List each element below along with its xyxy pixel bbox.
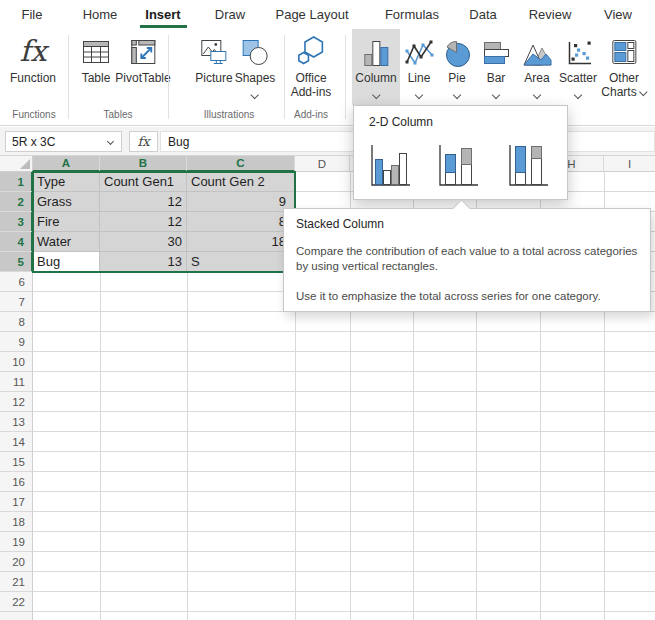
row-header-10[interactable]: 10 xyxy=(0,352,33,372)
tab-label: Review xyxy=(529,7,572,22)
cell-c4[interactable]: 18 xyxy=(187,232,295,252)
shapes-label: Shapes xyxy=(235,71,276,85)
table-button[interactable]: Table xyxy=(80,32,112,85)
row-header-6[interactable]: 6 xyxy=(0,272,33,292)
row-header-11[interactable]: 11 xyxy=(0,372,33,392)
tab-home[interactable]: Home xyxy=(83,0,118,28)
row-header-9[interactable]: 9 xyxy=(0,332,33,352)
chevron-down-icon xyxy=(533,91,541,99)
tab-draw[interactable]: Draw xyxy=(215,0,245,28)
row-header-2[interactable]: 2 xyxy=(0,192,33,212)
row-number: 12 xyxy=(12,396,25,408)
row-header-19[interactable]: 19 xyxy=(0,532,33,552)
column-header-i[interactable]: I xyxy=(604,156,655,172)
pie-chart-icon xyxy=(442,38,472,68)
row-header-14[interactable]: 14 xyxy=(0,432,33,452)
row-header-3[interactable]: 3 xyxy=(0,212,33,232)
cell-a2[interactable]: Grass xyxy=(33,192,100,212)
cell-value: 30 xyxy=(168,234,182,249)
cell-c3[interactable]: 8 xyxy=(187,212,295,232)
office-addins-button[interactable]: Office Add-ins xyxy=(291,32,332,99)
cell-b3[interactable]: 12 xyxy=(100,212,187,232)
cell-b5[interactable]: 13 xyxy=(100,252,187,272)
row-header-12[interactable]: 12 xyxy=(0,392,33,412)
tab-insert[interactable]: Insert xyxy=(145,0,180,28)
row-header-partial[interactable] xyxy=(0,612,33,620)
scatter-chart-button[interactable]: Scatter xyxy=(559,32,597,96)
tab-view[interactable]: View xyxy=(604,0,632,28)
row-number: 6 xyxy=(19,276,25,288)
bar-chart-button[interactable]: Bar xyxy=(481,32,511,96)
cell-b1[interactable]: Count Gen1 xyxy=(100,172,187,192)
clustered-column-option[interactable] xyxy=(366,139,414,193)
scatter-chart-label: Scatter xyxy=(559,71,597,85)
area-chart-label: Area xyxy=(524,71,549,85)
cell-c1[interactable]: Count Gen 2 xyxy=(187,172,295,192)
pie-chart-button[interactable]: Pie xyxy=(442,32,472,96)
row-header-7[interactable]: 7 xyxy=(0,292,33,312)
row-header-20[interactable]: 20 xyxy=(0,552,33,572)
cell-c5[interactable]: S xyxy=(187,252,295,272)
row-header-17[interactable]: 17 xyxy=(0,492,33,512)
tab-data[interactable]: Data xyxy=(469,0,496,28)
tab-file[interactable]: File xyxy=(22,0,43,28)
cell-a3[interactable]: Fire xyxy=(33,212,100,232)
name-box[interactable]: 5R x 3C xyxy=(5,131,122,152)
line-chart-icon xyxy=(404,38,434,68)
column-header-d[interactable]: D xyxy=(295,156,350,172)
line-chart-button[interactable]: Line xyxy=(404,32,434,96)
cell-a1[interactable]: Type xyxy=(33,172,100,192)
group-label-tables: Tables xyxy=(104,109,133,120)
stacked-column-option[interactable] xyxy=(434,139,482,193)
hundred-percent-stacked-column-option[interactable] xyxy=(504,139,552,193)
tab-page-layout[interactable]: Page Layout xyxy=(275,0,348,28)
row-header-4[interactable]: 4 xyxy=(0,232,33,252)
cell-a5-active[interactable]: Bug xyxy=(33,252,100,272)
cell-a4[interactable]: Water xyxy=(33,232,100,252)
other-charts-button[interactable]: Other Charts xyxy=(601,32,646,99)
row-header-22[interactable]: 22 xyxy=(0,592,33,612)
tab-review[interactable]: Review xyxy=(529,0,572,28)
column-header-a[interactable]: A xyxy=(33,156,100,172)
tooltip-paragraph: Compare the contribution of each value t… xyxy=(296,244,638,274)
cell-c2[interactable]: 9 xyxy=(187,192,295,212)
insert-function-button[interactable]: fx xyxy=(129,131,158,152)
picture-button[interactable]: Picture xyxy=(195,32,232,85)
cell-b4[interactable]: 30 xyxy=(100,232,187,252)
select-all-corner[interactable] xyxy=(0,156,33,172)
row-header-13[interactable]: 13 xyxy=(0,412,33,432)
row-header-8[interactable]: 8 xyxy=(0,312,33,332)
row-header-1[interactable]: 1 xyxy=(0,172,33,192)
row-header-15[interactable]: 15 xyxy=(0,452,33,472)
group-separator xyxy=(345,35,346,119)
cell-b2[interactable]: 12 xyxy=(100,192,187,212)
area-chart-button[interactable]: Area xyxy=(522,32,552,96)
picture-icon xyxy=(198,36,230,68)
pie-chart-label: Pie xyxy=(448,71,465,85)
table-label: Table xyxy=(82,71,111,85)
tab-label: Draw xyxy=(215,7,245,22)
row-header-18[interactable]: 18 xyxy=(0,512,33,532)
chevron-down-icon xyxy=(639,88,647,96)
scatter-chart-icon xyxy=(563,38,593,68)
office-addins-label-line2: Add-ins xyxy=(291,85,332,99)
chevron-down-icon xyxy=(415,91,423,99)
function-button[interactable]: fx Function xyxy=(10,32,56,85)
row-header-16[interactable]: 16 xyxy=(0,472,33,492)
sheet-row-2: Grass 12 9 xyxy=(33,192,295,212)
row-header-5[interactable]: 5 xyxy=(0,252,33,272)
shapes-button[interactable]: Shapes xyxy=(235,32,276,96)
column-header-b[interactable]: B xyxy=(100,156,187,172)
stacked-column-icon xyxy=(434,139,482,193)
picture-label: Picture xyxy=(195,71,232,85)
tab-formulas[interactable]: Formulas xyxy=(385,0,439,28)
row-number: 17 xyxy=(12,496,25,508)
row-header-21[interactable]: 21 xyxy=(0,572,33,592)
dropdown-section-title: 2-D Column xyxy=(369,115,433,129)
column-chart-button[interactable]: Column xyxy=(355,32,396,96)
column-header-c[interactable]: C xyxy=(187,156,295,172)
row-number: 19 xyxy=(12,536,25,548)
column-chart-label: Column xyxy=(355,71,396,85)
pivottable-button[interactable]: PivotTable xyxy=(115,32,170,85)
group-separator xyxy=(68,35,69,119)
